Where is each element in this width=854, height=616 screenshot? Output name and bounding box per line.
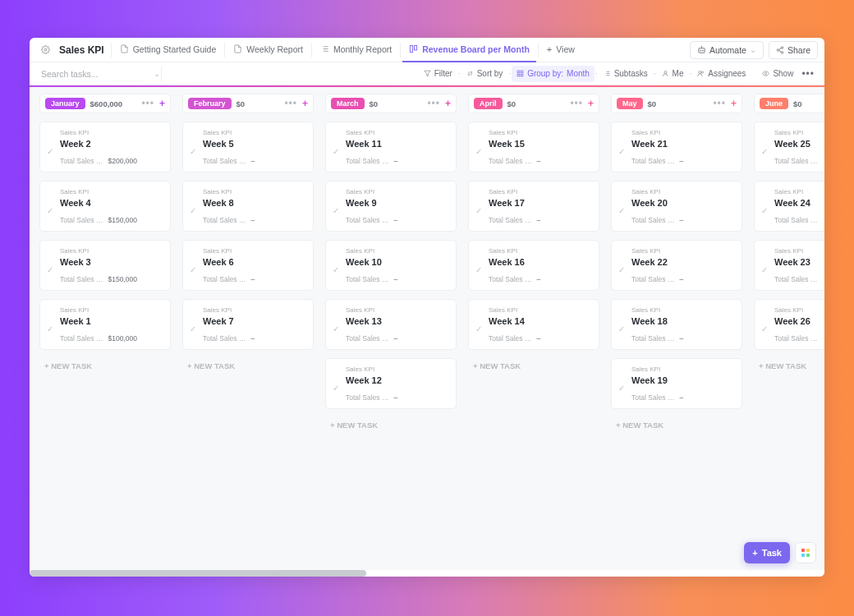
card[interactable]: ✓Sales KPIWeek 18Total Sales …– xyxy=(611,299,742,350)
card[interactable]: ✓Sales KPIWeek 21Total Sales …– xyxy=(611,122,742,172)
column-header[interactable]: February$0•••+ xyxy=(182,94,314,113)
column-header[interactable]: March$0•••+ xyxy=(325,94,457,113)
check-icon[interactable]: ✓ xyxy=(47,129,55,165)
settings-button[interactable] xyxy=(36,41,54,59)
column-header[interactable]: April$0•••+ xyxy=(468,94,599,113)
column-add-button[interactable]: + xyxy=(731,98,737,109)
new-task-link[interactable]: + NEW TASK xyxy=(468,358,599,374)
card[interactable]: ✓Sales KPIWeek 11Total Sales …– xyxy=(325,122,457,172)
check-icon[interactable]: ✓ xyxy=(190,247,198,283)
column-header[interactable]: January$600,000•••+ xyxy=(39,94,171,113)
tab-monthly-report[interactable]: Monthly Report xyxy=(314,38,398,62)
groupby-button[interactable]: Group by: Month xyxy=(512,66,595,82)
share-button[interactable]: Share xyxy=(769,41,818,59)
column-add-button[interactable]: + xyxy=(588,98,594,109)
column-add-button[interactable]: + xyxy=(159,98,165,109)
toolbar-row: ⌄ Filter · Sort by · Group by: Month · S… xyxy=(30,62,824,85)
column-more-button[interactable]: ••• xyxy=(427,99,440,108)
card[interactable]: ✓Sales KPIWeek 10Total Sales …– xyxy=(325,240,457,291)
check-icon[interactable]: ✓ xyxy=(190,188,198,224)
card[interactable]: ✓Sales KPIWeek 26Total Sales … xyxy=(754,299,824,350)
card[interactable]: ✓Sales KPIWeek 8Total Sales …– xyxy=(182,181,314,232)
card[interactable]: ✓Sales KPIWeek 6Total Sales …– xyxy=(182,240,314,291)
check-icon[interactable]: ✓ xyxy=(47,306,55,342)
horizontal-scrollbar[interactable] xyxy=(30,570,824,577)
show-button[interactable]: Show xyxy=(757,66,798,82)
card[interactable]: ✓Sales KPIWeek 5Total Sales …– xyxy=(182,122,314,172)
subtasks-button[interactable]: Subtasks xyxy=(599,66,653,82)
card[interactable]: ✓Sales KPIWeek 3Total Sales …$150,000 xyxy=(39,240,171,291)
tab-weekly-report[interactable]: Weekly Report xyxy=(227,38,310,62)
chevron-down-icon[interactable]: ⌄ xyxy=(154,69,160,78)
tabs-row: Sales KPI Getting Started Guide Weekly R… xyxy=(30,38,824,62)
card[interactable]: ✓Sales KPIWeek 24Total Sales … xyxy=(754,181,824,232)
search-input[interactable] xyxy=(41,69,149,79)
new-task-link[interactable]: + NEW TASK xyxy=(754,358,824,374)
card[interactable]: ✓Sales KPIWeek 16Total Sales …– xyxy=(468,240,599,291)
check-icon[interactable]: ✓ xyxy=(47,188,55,224)
tab-label: Weekly Report xyxy=(246,44,303,54)
card[interactable]: ✓Sales KPIWeek 19Total Sales …– xyxy=(611,358,742,409)
check-icon[interactable]: ✓ xyxy=(618,188,627,224)
check-icon[interactable]: ✓ xyxy=(333,129,341,165)
new-task-button[interactable]: + Task xyxy=(744,542,790,563)
column-more-button[interactable]: ••• xyxy=(570,99,583,108)
check-icon[interactable]: ✓ xyxy=(761,129,769,165)
card[interactable]: ✓Sales KPIWeek 15Total Sales …– xyxy=(468,122,599,172)
new-task-link[interactable]: + NEW TASK xyxy=(39,358,171,374)
check-icon[interactable]: ✓ xyxy=(761,306,769,342)
column-add-button[interactable]: + xyxy=(445,98,451,109)
card[interactable]: ✓Sales KPIWeek 4Total Sales …$150,000 xyxy=(39,181,171,232)
column-header[interactable]: June$0•••+ xyxy=(754,94,824,113)
check-icon[interactable]: ✓ xyxy=(618,365,627,402)
card[interactable]: ✓Sales KPIWeek 9Total Sales …– xyxy=(325,181,457,232)
new-task-link[interactable]: + NEW TASK xyxy=(182,358,314,374)
me-button[interactable]: Me xyxy=(657,66,689,82)
card[interactable]: ✓Sales KPIWeek 14Total Sales …– xyxy=(468,299,599,350)
card[interactable]: ✓Sales KPIWeek 25Total Sales … xyxy=(754,122,824,172)
check-icon[interactable]: ✓ xyxy=(190,129,198,165)
card[interactable]: ✓Sales KPIWeek 23Total Sales … xyxy=(754,240,824,291)
card[interactable]: ✓Sales KPIWeek 22Total Sales …– xyxy=(611,240,742,291)
card[interactable]: ✓Sales KPIWeek 13Total Sales …– xyxy=(325,299,457,350)
check-icon[interactable]: ✓ xyxy=(761,188,769,224)
automate-button[interactable]: Automate ⌄ xyxy=(690,41,764,59)
check-icon[interactable]: ✓ xyxy=(475,129,484,165)
column-more-button[interactable]: ••• xyxy=(284,99,297,108)
filter-button[interactable]: Filter xyxy=(419,66,457,82)
card[interactable]: ✓Sales KPIWeek 1Total Sales …$100,000 xyxy=(39,299,171,350)
new-task-link[interactable]: + NEW TASK xyxy=(325,417,457,433)
card[interactable]: ✓Sales KPIWeek 7Total Sales …– xyxy=(182,299,314,350)
check-icon[interactable]: ✓ xyxy=(475,188,484,224)
assignees-button[interactable]: Assignees xyxy=(692,66,751,82)
column-more-button[interactable]: ••• xyxy=(713,99,726,108)
new-task-link[interactable]: + NEW TASK xyxy=(611,417,742,433)
check-icon[interactable]: ✓ xyxy=(618,306,627,342)
column-add-button[interactable]: + xyxy=(302,98,308,109)
apps-button[interactable] xyxy=(795,542,816,563)
column-header[interactable]: May$0•••+ xyxy=(611,94,742,113)
card[interactable]: ✓Sales KPIWeek 17Total Sales …– xyxy=(468,181,599,232)
more-button[interactable]: ••• xyxy=(798,66,818,82)
column-more-button[interactable]: ••• xyxy=(141,99,154,108)
check-icon[interactable]: ✓ xyxy=(333,247,341,283)
check-icon[interactable]: ✓ xyxy=(475,306,484,342)
check-icon[interactable]: ✓ xyxy=(333,365,341,402)
check-icon[interactable]: ✓ xyxy=(618,247,627,283)
check-icon[interactable]: ✓ xyxy=(190,306,198,342)
add-view-button[interactable]: + View xyxy=(540,38,581,62)
check-icon[interactable]: ✓ xyxy=(47,247,55,283)
check-icon[interactable]: ✓ xyxy=(761,247,769,283)
tab-getting-started[interactable]: Getting Started Guide xyxy=(113,38,223,62)
check-icon[interactable]: ✓ xyxy=(333,188,341,224)
check-icon[interactable]: ✓ xyxy=(475,247,484,283)
card[interactable]: ✓Sales KPIWeek 12Total Sales …– xyxy=(325,358,457,409)
tab-revenue-board[interactable]: Revenue Board per Month xyxy=(402,38,536,62)
card[interactable]: ✓Sales KPIWeek 2Total Sales …$200,000 xyxy=(39,122,171,172)
card-breadcrumb: Sales KPI xyxy=(489,247,592,255)
scrollbar-thumb[interactable] xyxy=(30,570,366,577)
check-icon[interactable]: ✓ xyxy=(333,306,341,342)
check-icon[interactable]: ✓ xyxy=(618,129,627,165)
sortby-button[interactable]: Sort by xyxy=(461,66,508,82)
card[interactable]: ✓Sales KPIWeek 20Total Sales …– xyxy=(611,181,742,232)
